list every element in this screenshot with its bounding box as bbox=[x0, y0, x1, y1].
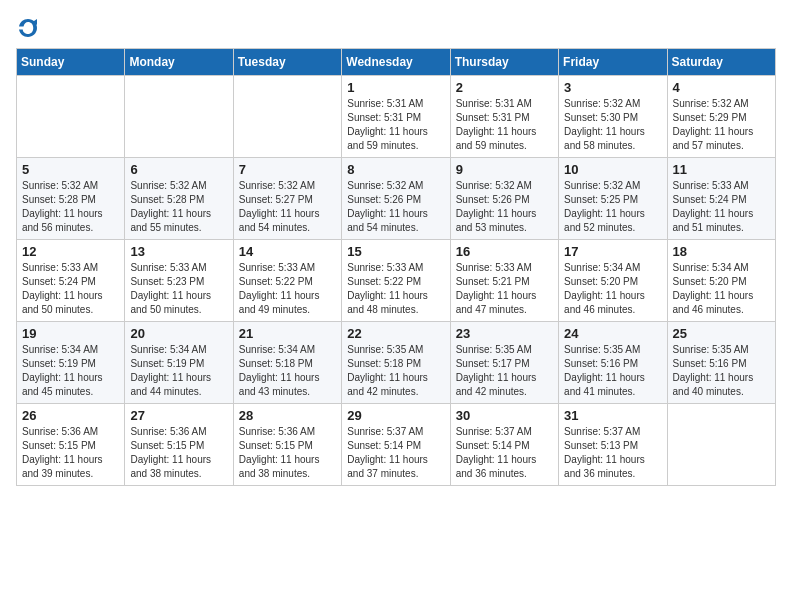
calendar-cell: 19Sunrise: 5:34 AM Sunset: 5:19 PM Dayli… bbox=[17, 322, 125, 404]
calendar-cell: 20Sunrise: 5:34 AM Sunset: 5:19 PM Dayli… bbox=[125, 322, 233, 404]
day-info: Sunrise: 5:35 AM Sunset: 5:17 PM Dayligh… bbox=[456, 343, 553, 399]
day-number: 31 bbox=[564, 408, 661, 423]
day-info: Sunrise: 5:36 AM Sunset: 5:15 PM Dayligh… bbox=[22, 425, 119, 481]
calendar-cell: 18Sunrise: 5:34 AM Sunset: 5:20 PM Dayli… bbox=[667, 240, 775, 322]
week-row-2: 5Sunrise: 5:32 AM Sunset: 5:28 PM Daylig… bbox=[17, 158, 776, 240]
week-row-3: 12Sunrise: 5:33 AM Sunset: 5:24 PM Dayli… bbox=[17, 240, 776, 322]
day-info: Sunrise: 5:32 AM Sunset: 5:29 PM Dayligh… bbox=[673, 97, 770, 153]
day-info: Sunrise: 5:34 AM Sunset: 5:20 PM Dayligh… bbox=[564, 261, 661, 317]
calendar-cell: 21Sunrise: 5:34 AM Sunset: 5:18 PM Dayli… bbox=[233, 322, 341, 404]
day-info: Sunrise: 5:32 AM Sunset: 5:27 PM Dayligh… bbox=[239, 179, 336, 235]
day-number: 16 bbox=[456, 244, 553, 259]
day-info: Sunrise: 5:34 AM Sunset: 5:18 PM Dayligh… bbox=[239, 343, 336, 399]
calendar-cell: 12Sunrise: 5:33 AM Sunset: 5:24 PM Dayli… bbox=[17, 240, 125, 322]
day-info: Sunrise: 5:35 AM Sunset: 5:16 PM Dayligh… bbox=[564, 343, 661, 399]
calendar-cell bbox=[667, 404, 775, 486]
calendar-cell: 1Sunrise: 5:31 AM Sunset: 5:31 PM Daylig… bbox=[342, 76, 450, 158]
day-number: 30 bbox=[456, 408, 553, 423]
day-info: Sunrise: 5:37 AM Sunset: 5:14 PM Dayligh… bbox=[347, 425, 444, 481]
calendar-cell: 14Sunrise: 5:33 AM Sunset: 5:22 PM Dayli… bbox=[233, 240, 341, 322]
day-number: 27 bbox=[130, 408, 227, 423]
day-info: Sunrise: 5:36 AM Sunset: 5:15 PM Dayligh… bbox=[130, 425, 227, 481]
day-info: Sunrise: 5:32 AM Sunset: 5:30 PM Dayligh… bbox=[564, 97, 661, 153]
col-header-wednesday: Wednesday bbox=[342, 49, 450, 76]
day-info: Sunrise: 5:36 AM Sunset: 5:15 PM Dayligh… bbox=[239, 425, 336, 481]
day-number: 3 bbox=[564, 80, 661, 95]
day-info: Sunrise: 5:34 AM Sunset: 5:19 PM Dayligh… bbox=[130, 343, 227, 399]
header-row: SundayMondayTuesdayWednesdayThursdayFrid… bbox=[17, 49, 776, 76]
day-info: Sunrise: 5:32 AM Sunset: 5:26 PM Dayligh… bbox=[347, 179, 444, 235]
day-number: 26 bbox=[22, 408, 119, 423]
day-number: 20 bbox=[130, 326, 227, 341]
day-number: 25 bbox=[673, 326, 770, 341]
day-number: 17 bbox=[564, 244, 661, 259]
calendar-table: SundayMondayTuesdayWednesdayThursdayFrid… bbox=[16, 48, 776, 486]
calendar-cell bbox=[17, 76, 125, 158]
calendar-cell: 4Sunrise: 5:32 AM Sunset: 5:29 PM Daylig… bbox=[667, 76, 775, 158]
calendar-cell: 30Sunrise: 5:37 AM Sunset: 5:14 PM Dayli… bbox=[450, 404, 558, 486]
day-number: 22 bbox=[347, 326, 444, 341]
day-info: Sunrise: 5:33 AM Sunset: 5:23 PM Dayligh… bbox=[130, 261, 227, 317]
day-number: 13 bbox=[130, 244, 227, 259]
day-number: 2 bbox=[456, 80, 553, 95]
calendar-cell: 29Sunrise: 5:37 AM Sunset: 5:14 PM Dayli… bbox=[342, 404, 450, 486]
day-number: 24 bbox=[564, 326, 661, 341]
calendar-cell: 10Sunrise: 5:32 AM Sunset: 5:25 PM Dayli… bbox=[559, 158, 667, 240]
day-number: 9 bbox=[456, 162, 553, 177]
day-info: Sunrise: 5:33 AM Sunset: 5:21 PM Dayligh… bbox=[456, 261, 553, 317]
day-info: Sunrise: 5:32 AM Sunset: 5:28 PM Dayligh… bbox=[22, 179, 119, 235]
day-info: Sunrise: 5:31 AM Sunset: 5:31 PM Dayligh… bbox=[347, 97, 444, 153]
page-header bbox=[16, 16, 776, 40]
day-info: Sunrise: 5:34 AM Sunset: 5:19 PM Dayligh… bbox=[22, 343, 119, 399]
day-number: 7 bbox=[239, 162, 336, 177]
day-info: Sunrise: 5:37 AM Sunset: 5:14 PM Dayligh… bbox=[456, 425, 553, 481]
day-number: 21 bbox=[239, 326, 336, 341]
day-number: 28 bbox=[239, 408, 336, 423]
calendar-cell: 22Sunrise: 5:35 AM Sunset: 5:18 PM Dayli… bbox=[342, 322, 450, 404]
day-number: 5 bbox=[22, 162, 119, 177]
day-info: Sunrise: 5:33 AM Sunset: 5:24 PM Dayligh… bbox=[22, 261, 119, 317]
calendar-cell: 13Sunrise: 5:33 AM Sunset: 5:23 PM Dayli… bbox=[125, 240, 233, 322]
calendar-cell: 11Sunrise: 5:33 AM Sunset: 5:24 PM Dayli… bbox=[667, 158, 775, 240]
col-header-friday: Friday bbox=[559, 49, 667, 76]
calendar-cell: 5Sunrise: 5:32 AM Sunset: 5:28 PM Daylig… bbox=[17, 158, 125, 240]
col-header-monday: Monday bbox=[125, 49, 233, 76]
calendar-cell: 24Sunrise: 5:35 AM Sunset: 5:16 PM Dayli… bbox=[559, 322, 667, 404]
calendar-cell: 6Sunrise: 5:32 AM Sunset: 5:28 PM Daylig… bbox=[125, 158, 233, 240]
day-number: 29 bbox=[347, 408, 444, 423]
calendar-cell: 2Sunrise: 5:31 AM Sunset: 5:31 PM Daylig… bbox=[450, 76, 558, 158]
day-number: 14 bbox=[239, 244, 336, 259]
calendar-cell: 15Sunrise: 5:33 AM Sunset: 5:22 PM Dayli… bbox=[342, 240, 450, 322]
calendar-cell: 9Sunrise: 5:32 AM Sunset: 5:26 PM Daylig… bbox=[450, 158, 558, 240]
day-number: 12 bbox=[22, 244, 119, 259]
col-header-tuesday: Tuesday bbox=[233, 49, 341, 76]
calendar-cell: 3Sunrise: 5:32 AM Sunset: 5:30 PM Daylig… bbox=[559, 76, 667, 158]
day-number: 8 bbox=[347, 162, 444, 177]
day-info: Sunrise: 5:32 AM Sunset: 5:26 PM Dayligh… bbox=[456, 179, 553, 235]
day-number: 4 bbox=[673, 80, 770, 95]
calendar-cell: 25Sunrise: 5:35 AM Sunset: 5:16 PM Dayli… bbox=[667, 322, 775, 404]
calendar-cell: 27Sunrise: 5:36 AM Sunset: 5:15 PM Dayli… bbox=[125, 404, 233, 486]
day-info: Sunrise: 5:33 AM Sunset: 5:22 PM Dayligh… bbox=[239, 261, 336, 317]
col-header-thursday: Thursday bbox=[450, 49, 558, 76]
day-number: 11 bbox=[673, 162, 770, 177]
day-number: 23 bbox=[456, 326, 553, 341]
calendar-cell: 17Sunrise: 5:34 AM Sunset: 5:20 PM Dayli… bbox=[559, 240, 667, 322]
col-header-saturday: Saturday bbox=[667, 49, 775, 76]
calendar-cell: 26Sunrise: 5:36 AM Sunset: 5:15 PM Dayli… bbox=[17, 404, 125, 486]
day-number: 18 bbox=[673, 244, 770, 259]
day-info: Sunrise: 5:32 AM Sunset: 5:28 PM Dayligh… bbox=[130, 179, 227, 235]
calendar-cell: 28Sunrise: 5:36 AM Sunset: 5:15 PM Dayli… bbox=[233, 404, 341, 486]
week-row-4: 19Sunrise: 5:34 AM Sunset: 5:19 PM Dayli… bbox=[17, 322, 776, 404]
logo bbox=[16, 16, 44, 40]
day-info: Sunrise: 5:35 AM Sunset: 5:16 PM Dayligh… bbox=[673, 343, 770, 399]
calendar-cell: 8Sunrise: 5:32 AM Sunset: 5:26 PM Daylig… bbox=[342, 158, 450, 240]
calendar-cell: 23Sunrise: 5:35 AM Sunset: 5:17 PM Dayli… bbox=[450, 322, 558, 404]
day-info: Sunrise: 5:33 AM Sunset: 5:24 PM Dayligh… bbox=[673, 179, 770, 235]
week-row-5: 26Sunrise: 5:36 AM Sunset: 5:15 PM Dayli… bbox=[17, 404, 776, 486]
calendar-cell bbox=[233, 76, 341, 158]
day-info: Sunrise: 5:33 AM Sunset: 5:22 PM Dayligh… bbox=[347, 261, 444, 317]
calendar-cell bbox=[125, 76, 233, 158]
day-number: 1 bbox=[347, 80, 444, 95]
day-number: 15 bbox=[347, 244, 444, 259]
